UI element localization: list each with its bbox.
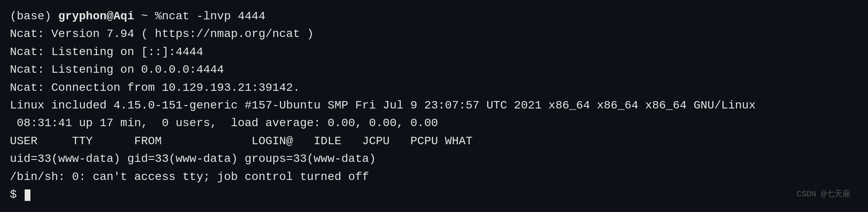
terminal-line-4: Ncat: Listening on 0.0.0.0:4444: [10, 61, 858, 78]
terminal-line-10: /bin/sh: 0: can't access tty; job contro…: [10, 168, 858, 186]
terminal-line-8: USER TTY FROM LOGIN@ IDLE JCPU PCPU WHAT: [10, 132, 858, 150]
watermark: CSDN @七天庥: [796, 188, 851, 200]
prompt-path: ~ %ncat -lnvp 4444: [134, 10, 265, 23]
shell-prompt: $: [10, 188, 24, 201]
terminal-line-7: 08:31:41 up 17 min, 0 users, load averag…: [10, 114, 858, 132]
terminal-line-1: (base) gryphon@Aqi ~ %ncat -lnvp 4444: [10, 7, 858, 25]
terminal: (base) gryphon@Aqi ~ %ncat -lnvp 4444 Nc…: [10, 7, 858, 205]
terminal-line-9: uid=33(www-data) gid=33(www-data) groups…: [10, 150, 858, 168]
terminal-line-6: Linux included 4.15.0-151-generic #157-U…: [10, 97, 858, 114]
terminal-line-5: Ncat: Connection from 10.129.193.21:3914…: [10, 79, 858, 97]
terminal-line-2: Ncat: Version 7.94 ( https://nmap.org/nc…: [10, 25, 858, 43]
prompt-prefix: (base): [10, 10, 58, 23]
terminal-line-3: Ncat: Listening on [::]:4444: [10, 43, 858, 61]
prompt-user: gryphon@Aqi: [58, 10, 134, 23]
cursor: [25, 189, 30, 201]
terminal-line-11[interactable]: $: [10, 186, 858, 203]
